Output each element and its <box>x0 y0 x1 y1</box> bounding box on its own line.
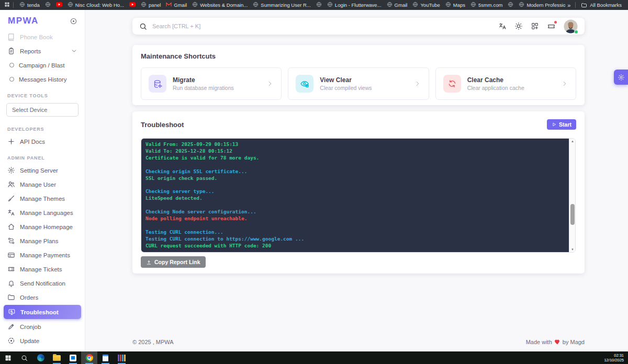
sidebar-item-cronjob[interactable]: Cronjob <box>0 320 85 334</box>
bookmark-item[interactable] <box>313 2 324 8</box>
terminal-line: Valid To: 2025-12-28 00:15:12 <box>145 148 565 155</box>
apps-grid-icon[interactable] <box>4 2 10 8</box>
sidebar-subitem-messages-history[interactable]: Messages History <box>0 72 85 86</box>
start-button[interactable]: Start <box>547 119 576 130</box>
sidebar-section-label: DEVELOPERS <box>0 120 85 134</box>
bookmark-item[interactable]: Summarizing User R... <box>250 2 313 8</box>
avatar[interactable] <box>564 19 578 33</box>
chevron-down-icon <box>71 48 77 54</box>
heart-icon <box>554 339 560 345</box>
globe-icon <box>253 2 259 8</box>
bookmark-item[interactable]: Modern Professiona... <box>516 2 565 8</box>
sidebar-item-troubleshoot[interactable]: Troubleshoot <box>4 305 81 319</box>
sidebar-item-label: Send Notification <box>20 280 65 287</box>
sidebar-pin-toggle-icon[interactable] <box>70 17 77 25</box>
shortcut-card-view-clear[interactable]: View ClearClear compiled views <box>288 67 429 100</box>
notifications-icon[interactable] <box>547 22 556 31</box>
bookmark-item[interactable]: Maps <box>443 2 468 8</box>
sidebar-item-setting-server[interactable]: Setting Server <box>0 163 85 177</box>
bookmark-label: Gmail <box>174 2 187 8</box>
shortcut-card-clear-cache[interactable]: Clear CacheClear application cache <box>435 67 576 100</box>
globe-icon <box>445 2 451 8</box>
bookmark-label: 5smm.com <box>478 2 502 8</box>
bookmark-item[interactable] <box>53 2 65 8</box>
bookmark-item[interactable]: Gmail <box>163 2 189 8</box>
folder-icon <box>7 293 15 301</box>
logo[interactable]: MPWA <box>8 16 39 26</box>
terminal-line: LiteSpeed detected. <box>145 195 565 202</box>
all-bookmarks-button[interactable]: All Bookmarks <box>579 2 624 8</box>
bookmark-item[interactable]: Websites & Domain... <box>189 2 250 8</box>
bookmark-item[interactable]: 5smm.com <box>468 2 505 8</box>
bookmark-item[interactable] <box>505 2 516 8</box>
taskbar-edge-button[interactable] <box>32 351 49 364</box>
folder-icon <box>581 2 587 8</box>
theme-toggle-sun-icon[interactable] <box>514 22 523 30</box>
terminal-scrollbar[interactable]: ▲ ▼ <box>569 139 575 252</box>
sidebar-item-phone-book[interactable]: Phone Book <box>0 30 85 44</box>
sidebar-item-reports[interactable]: Reports <box>0 44 85 58</box>
taskbar-clock[interactable]: 02:31 12/10/2025 <box>604 351 628 364</box>
sidebar-item-send-notification[interactable]: Send Notification <box>0 276 85 290</box>
sidebar-item-label: Reports <box>20 48 41 54</box>
shortcuts-grid-icon[interactable] <box>531 22 539 30</box>
bookmark-item[interactable] <box>127 2 138 8</box>
taskbar-search-button[interactable] <box>16 351 32 364</box>
terminal-output[interactable]: Valid From: 2025-09-29 00:15:13Valid To:… <box>141 139 569 252</box>
taskbar-chrome-button[interactable] <box>81 351 97 364</box>
sidebar-subitem-campaign-blast[interactable]: Campaign / Blast <box>0 58 85 72</box>
copy-report-link-button[interactable]: Copy Report Link <box>141 256 206 268</box>
taskbar-start-button[interactable] <box>0 351 16 364</box>
bookmarks-overflow-chevron[interactable]: » <box>565 2 572 8</box>
sidebar-item-manage-languages[interactable]: Manage Languages <box>0 206 85 220</box>
bookmark-item[interactable]: tenda <box>17 2 42 8</box>
bookmark-item[interactable]: Gmail <box>384 2 410 8</box>
youtube-icon <box>129 2 136 8</box>
monitor-search-icon <box>8 308 16 316</box>
chevron-right-icon <box>266 80 274 87</box>
search-input[interactable] <box>152 23 493 29</box>
sidebar-item-api-docs[interactable]: API Docs <box>0 134 85 149</box>
refresh-icon <box>443 75 461 93</box>
shortcut-card-migrate[interactable]: MigrateRun database migrations <box>141 67 282 100</box>
sidebar-item-manage-homepage[interactable]: Manage Homepage <box>0 220 85 234</box>
scroll-up-arrow[interactable]: ▲ <box>569 139 576 144</box>
globe-icon <box>470 2 476 8</box>
top-header <box>132 18 585 35</box>
bookmark-item[interactable] <box>42 2 53 8</box>
taskbar-file-explorer-button[interactable] <box>49 351 65 364</box>
maintenance-shortcuts-card: Maintenance Shortcuts MigrateRun databas… <box>132 45 585 105</box>
language-icon[interactable] <box>498 22 507 30</box>
maintenance-title: Maintenance Shortcuts <box>141 52 576 60</box>
search-icon[interactable] <box>139 22 147 30</box>
bookmark-item[interactable]: panel <box>138 2 163 8</box>
taskbar-store-button[interactable] <box>65 351 81 364</box>
taskbar-winrar-button[interactable] <box>114 351 130 364</box>
globe-icon <box>45 2 51 8</box>
bookmark-item[interactable]: Login - Flutterwave... <box>324 2 384 8</box>
sidebar-item-label: Manage Tickets <box>20 266 62 272</box>
scroll-down-arrow[interactable]: ▼ <box>569 247 576 252</box>
sidebar-item-manage-payments[interactable]: Manage Payments <box>0 248 85 262</box>
youtube-icon <box>56 2 62 8</box>
terminal-line: Certificate is valid for 78 more days. <box>145 155 565 162</box>
bookmark-item[interactable]: YouTube <box>410 2 442 8</box>
sidebar-item-manage-themes[interactable]: Manage Themes <box>0 191 85 206</box>
taskbar-notepad-button[interactable] <box>97 351 114 364</box>
sidebar-item-update[interactable]: Update <box>0 334 85 348</box>
scrollbar-thumb[interactable] <box>570 204 575 225</box>
terminal-line: Node polling endpoint unreachable. <box>145 215 565 222</box>
bookmark-item[interactable]: Nisc Cloud: Web Ho... <box>65 2 127 8</box>
taskbar: 02:31 12/10/2025 <box>0 351 628 364</box>
copyright: © 2025 , MPWA <box>132 339 174 345</box>
globe-icon <box>327 2 333 8</box>
sidebar-item-manage-tickets[interactable]: Manage Tickets <box>0 262 85 276</box>
device-select[interactable]: Select Device <box>6 103 78 117</box>
sidebar-item-orders[interactable]: Orders <box>0 290 85 304</box>
customizer-toggle-button[interactable] <box>614 70 628 85</box>
sidebar-item-label: Cronjob <box>20 324 41 330</box>
sidebar-item-manage-user[interactable]: Manage User <box>0 177 85 191</box>
terminal-line: Checking server type... <box>145 188 565 195</box>
terminal-line: CURL request succeeded with HTTP code: 2… <box>145 243 565 249</box>
sidebar-item-manage-plans[interactable]: Manage Plans <box>0 234 85 248</box>
